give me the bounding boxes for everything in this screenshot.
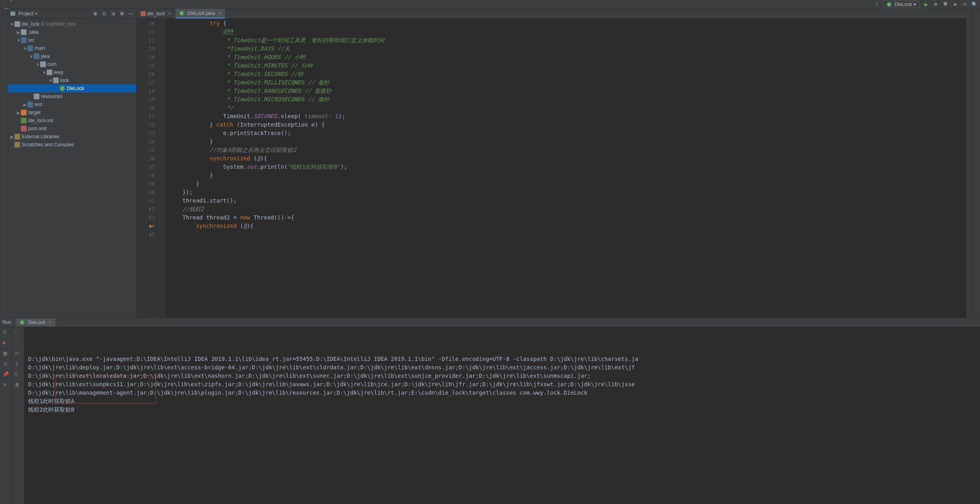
override-gutter-icon[interactable]: ●↑ — [149, 222, 154, 230]
tree-row[interactable]: die_lock.iml — [8, 117, 136, 125]
tree-row[interactable]: pom.xml — [8, 125, 136, 133]
code-line[interactable]: */ — [169, 104, 963, 112]
tree-arrow[interactable]: ▼ — [48, 78, 53, 83]
project-tree[interactable]: ▼ die_lock E:\csdn\die_lock ▶.idea▼src▼m… — [8, 18, 136, 150]
code-line[interactable]: e.printStackTrace(); — [169, 129, 963, 137]
line-number[interactable]: 41 — [137, 197, 155, 205]
line-number[interactable]: 23 — [137, 45, 155, 53]
vcs-icon[interactable]: ⟲ — [962, 1, 968, 8]
code-line[interactable]: } catch (InterruptedException e) { — [169, 121, 963, 129]
locate-icon[interactable]: ⊙ — [101, 10, 107, 17]
code-line[interactable]: /** — [169, 28, 963, 36]
gear-icon[interactable]: ⚙ — [119, 10, 125, 17]
tree-row[interactable]: ▶External Libraries — [8, 133, 136, 141]
code-editor[interactable]: try { /** * TimeUnit是一个时间工具类，更好的帮助我们定义休眠… — [166, 18, 966, 318]
line-number[interactable]: 26 — [137, 70, 155, 78]
build-icon[interactable]: ⤴ — [873, 1, 880, 8]
run-configuration-selector[interactable]: C DieLock ▾ — [883, 1, 920, 8]
stop-icon[interactable]: ■ — [3, 340, 9, 346]
line-number[interactable]: 39 — [137, 180, 155, 188]
layout-icon[interactable]: ▦ — [3, 350, 9, 357]
wrap-icon[interactable]: ↩ — [15, 350, 21, 357]
tree-row[interactable]: ▶test — [8, 100, 136, 109]
tree-arrow[interactable]: ▼ — [35, 62, 40, 67]
tree-row[interactable]: ▼src — [8, 36, 136, 44]
left-tool-rail[interactable] — [0, 9, 8, 318]
print-icon[interactable]: ⎙ — [15, 371, 21, 378]
tree-arrow[interactable]: ▼ — [42, 70, 47, 75]
code-line[interactable]: //对象A苏醒之后再去尝试获取锁2 — [169, 146, 963, 154]
code-line[interactable]: }); — [169, 188, 963, 197]
tree-row[interactable]: ▼main — [8, 44, 136, 52]
code-line[interactable]: * TimeUnit.MICROSECONDS // 微秒 — [169, 95, 963, 104]
code-line[interactable]: } — [169, 137, 963, 146]
code-line[interactable]: synchronized (B){ — [169, 154, 963, 163]
code-line[interactable]: synchronized (B){ — [169, 222, 963, 230]
line-number[interactable]: 34 — [137, 137, 155, 146]
down-icon[interactable]: ↓ — [15, 340, 21, 346]
line-number[interactable]: 35 — [137, 146, 155, 154]
code-line[interactable]: } — [169, 180, 963, 188]
tree-arrow[interactable]: ▶ — [10, 135, 14, 139]
pin-icon[interactable]: 📌 — [3, 371, 9, 378]
console-output[interactable]: D:\jdk\bin\java.exe "-javaagent:D:\IDEA\… — [24, 327, 980, 504]
line-number[interactable]: 36 — [137, 154, 155, 163]
line-number[interactable]: 29 — [137, 95, 155, 104]
tree-row[interactable]: ▼wwy — [8, 68, 136, 76]
line-number[interactable]: 42 — [137, 205, 155, 213]
code-line[interactable]: *TimeUnit.DAYS //天 — [169, 45, 963, 53]
tab-dielock-java[interactable]: C DieLock.java × — [175, 9, 226, 18]
tree-row[interactable]: ▼java — [8, 52, 136, 60]
tree-arrow[interactable]: ▼ — [16, 38, 21, 43]
line-gutter[interactable]: 2021222324252627282930313233343536373839… — [137, 18, 160, 318]
scroll-icon[interactable]: ⤓ — [15, 361, 21, 367]
line-number[interactable]: 24 — [137, 53, 155, 61]
tree-row[interactable]: ▼lock — [8, 76, 136, 84]
tree-arrow[interactable]: ▶ — [23, 102, 27, 107]
code-line[interactable]: * TimeUnit是一个时间工具类，更好的帮助我们定义休眠时间 — [169, 36, 963, 45]
line-number[interactable]: 21 — [137, 28, 155, 36]
code-line[interactable]: //线程2 — [169, 205, 963, 213]
tree-row[interactable]: ▶.idea — [8, 28, 136, 36]
code-line[interactable]: * TimeUnit.SECONDS //秒 — [169, 70, 963, 78]
tree-row[interactable]: Scratches and Consoles — [8, 141, 136, 149]
vertical-scrollbar[interactable] — [966, 18, 972, 318]
line-number[interactable]: 45 — [137, 230, 155, 239]
export-icon[interactable]: ⇲ — [3, 361, 9, 367]
close-icon[interactable]: × — [49, 320, 51, 325]
hide-icon[interactable]: — — [127, 10, 134, 17]
line-number[interactable]: 44●↑ — [137, 222, 155, 230]
tree-arrow[interactable]: ▼ — [23, 46, 27, 51]
line-number[interactable]: 40 — [137, 188, 155, 197]
tab-die-lock[interactable]: die_lock × — [137, 9, 175, 18]
line-number[interactable]: 43 — [137, 213, 155, 222]
code-line[interactable]: * TimeUnit.MINUTES // 分钟 — [169, 61, 963, 70]
search-icon[interactable]: 🔍 — [971, 1, 978, 8]
expand-icon[interactable]: ⊕ — [92, 10, 99, 17]
breadcrumb-item[interactable]: java — [2, 0, 30, 1]
tree-arrow[interactable]: ▼ — [29, 54, 34, 59]
code-line[interactable]: } — [169, 171, 963, 180]
code-line[interactable]: TimeUnit.SECONDS.sleep( timeout: 1); — [169, 112, 963, 121]
coverage-icon[interactable]: ⛊ — [942, 1, 949, 8]
code-line[interactable]: Thread thread2 = new Thread(()->{ — [169, 213, 963, 222]
line-number[interactable]: 27 — [137, 78, 155, 87]
line-number[interactable]: 38 — [137, 171, 155, 180]
tree-arrow[interactable]: ▶ — [16, 30, 21, 35]
line-number[interactable]: 30 — [137, 104, 155, 112]
close-icon[interactable]: × — [218, 10, 221, 16]
tree-row[interactable]: resources — [8, 92, 136, 100]
code-line[interactable]: thread1.start(); — [169, 197, 963, 205]
tree-row-root[interactable]: ▼ die_lock E:\csdn\die_lock — [8, 20, 136, 28]
code-line[interactable]: * TimeUnit.HOURS // 小时 — [169, 53, 963, 61]
right-tool-rail[interactable] — [972, 9, 980, 318]
run-icon[interactable]: ▶ — [923, 1, 929, 8]
line-number[interactable]: 22 — [137, 36, 155, 45]
line-number[interactable]: 25 — [137, 61, 155, 70]
rerun-icon[interactable]: ↻ — [3, 330, 9, 336]
code-line[interactable]: * TimeUnit.NANOSECONDS // 毫微秒 — [169, 87, 963, 95]
close-icon[interactable]: ✕ — [3, 382, 9, 388]
stop-icon[interactable]: ■ — [952, 1, 958, 8]
code-line[interactable]: try { — [169, 19, 963, 28]
tree-row[interactable]: ▼com — [8, 60, 136, 68]
